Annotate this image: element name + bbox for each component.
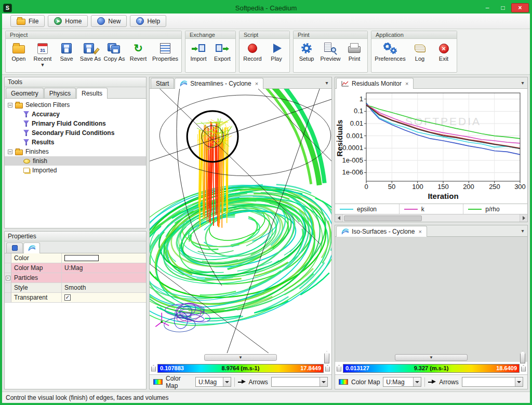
right-slider-handle[interactable] bbox=[520, 351, 525, 363]
color-map-label: Color Map bbox=[351, 379, 380, 386]
revert-icon: ↻ bbox=[134, 43, 143, 53]
ribbon: Project Open 31Recent▼ Save Save As Copy… bbox=[2, 29, 530, 75]
tree-item-selection-filters[interactable]: Selection Filters bbox=[5, 100, 146, 110]
tab-streamlines-cyclone[interactable]: Streamlines - Cyclone × bbox=[175, 78, 263, 89]
svg-text:1: 1 bbox=[360, 95, 363, 103]
minimize-button[interactable]: – bbox=[480, 3, 495, 12]
colorbar-max-handle[interactable] bbox=[521, 365, 526, 372]
tab-close-icon[interactable]: × bbox=[418, 228, 421, 235]
file-folder-icon bbox=[17, 19, 25, 25]
tree-item-imported[interactable]: Imported bbox=[5, 166, 146, 175]
print-button[interactable]: Print bbox=[343, 40, 366, 71]
arrows-select[interactable] bbox=[271, 377, 328, 387]
expand-plus-icon[interactable]: + bbox=[6, 276, 10, 280]
color-map-select[interactable]: U:Mag bbox=[195, 377, 231, 387]
tree-item-accuracy[interactable]: Accuracy bbox=[5, 110, 146, 119]
save-button[interactable]: Save bbox=[55, 40, 78, 71]
tab-list-dropdown-icon[interactable]: ▾ bbox=[322, 77, 331, 88]
tab-iso-surfaces-cyclone[interactable]: Iso-Surfaces - Cyclone × bbox=[336, 226, 427, 237]
properties-tab-streamlines[interactable] bbox=[23, 242, 40, 253]
play-button[interactable]: Play bbox=[265, 40, 288, 71]
tab-list-dropdown-icon[interactable]: ▾ bbox=[518, 225, 527, 236]
color-map-select[interactable]: U:Mag bbox=[383, 377, 421, 387]
close-button[interactable]: × bbox=[511, 3, 529, 12]
iso-colorbar-row: 0.013127 9.327 (m.s-1) 18.6409 bbox=[335, 362, 527, 374]
revert-button[interactable]: ↻Revert bbox=[127, 40, 150, 71]
svg-text:1e-005: 1e-005 bbox=[342, 156, 363, 164]
transparent-checkbox[interactable]: ✓ bbox=[64, 294, 71, 301]
scroll-left-icon[interactable] bbox=[335, 214, 343, 222]
menu-help-button[interactable]: ? Help bbox=[130, 15, 166, 27]
tree-item-finish[interactable]: finish bbox=[5, 156, 146, 166]
tree-item-secondary-fluid-conditions[interactable]: Secondary Fluid Conditions bbox=[5, 128, 146, 138]
import-button[interactable]: Import bbox=[187, 40, 210, 71]
chevron-down-icon[interactable] bbox=[515, 377, 523, 386]
menu-file-button[interactable]: File bbox=[10, 15, 45, 27]
folder-icon bbox=[15, 150, 23, 155]
folder-icon bbox=[15, 103, 23, 109]
velocity-colorbar: 0.107883 8.9764 (m.s-1) 17.8449 bbox=[157, 364, 324, 373]
chevron-down-icon[interactable] bbox=[413, 377, 421, 386]
legend-scrollbar[interactable] bbox=[335, 214, 527, 222]
color-swatch[interactable] bbox=[64, 255, 99, 261]
log-button[interactable]: Log bbox=[408, 40, 431, 71]
tab-close-icon[interactable]: × bbox=[255, 80, 258, 87]
arrows-select[interactable] bbox=[462, 377, 523, 387]
tab-residuals-monitor[interactable]: Residuals Monitor × bbox=[336, 78, 414, 89]
finish-icon bbox=[23, 159, 30, 164]
preferences-button[interactable]: Preferences bbox=[373, 40, 407, 71]
printer-icon bbox=[348, 43, 361, 53]
svg-text:50: 50 bbox=[388, 183, 395, 191]
chevron-down-icon[interactable] bbox=[320, 377, 327, 386]
tab-physics[interactable]: Physics bbox=[44, 88, 76, 98]
property-row-color-map: Color Map U:Mag bbox=[5, 263, 146, 273]
tab-geometry[interactable]: Geometry bbox=[6, 88, 44, 98]
menu-new-button[interactable]: New bbox=[91, 15, 127, 27]
scrollbar-thumb[interactable] bbox=[344, 215, 422, 221]
properties-tab-general[interactable] bbox=[6, 242, 23, 253]
tree-item-primary-fluid-conditions[interactable]: Primary Fluid Conditions bbox=[5, 119, 146, 128]
tab-close-icon[interactable]: × bbox=[405, 80, 408, 87]
recent-button[interactable]: 31Recent▼ bbox=[31, 40, 54, 71]
open-button[interactable]: Open bbox=[7, 40, 30, 71]
tab-list-dropdown-icon[interactable]: ▾ bbox=[518, 77, 527, 88]
imported-icon bbox=[23, 168, 30, 173]
export-button[interactable]: Export bbox=[211, 40, 234, 71]
filter-icon bbox=[23, 130, 29, 136]
colorbar-min-handle[interactable] bbox=[151, 365, 156, 372]
streamlines-3d-viewport[interactable] bbox=[150, 89, 331, 353]
streamlines-icon bbox=[180, 80, 188, 87]
collapse-expander-icon[interactable] bbox=[8, 150, 12, 154]
collapse-expander-icon[interactable] bbox=[8, 103, 12, 107]
group-title-exchange: Exchange bbox=[185, 31, 235, 39]
svg-text:100: 100 bbox=[412, 183, 423, 191]
copy-as-button[interactable]: Copy As bbox=[103, 40, 126, 71]
recent-dropdown-icon[interactable]: ▼ bbox=[41, 63, 45, 66]
collapse-strip-button[interactable]: ▼ bbox=[204, 354, 277, 361]
tab-start[interactable]: Start bbox=[151, 78, 174, 88]
menu-home-button[interactable]: ➤ Home bbox=[48, 15, 88, 27]
scroll-right-icon[interactable] bbox=[520, 214, 527, 222]
color-map-value[interactable]: U:Mag bbox=[62, 263, 146, 273]
print-preview-button[interactable]: Preview bbox=[319, 40, 342, 71]
colorbar-min-handle[interactable] bbox=[337, 365, 341, 372]
properties-button[interactable]: Properties bbox=[151, 40, 180, 71]
save-as-button[interactable]: Save As bbox=[79, 40, 102, 71]
maximize-button[interactable]: □ bbox=[496, 3, 510, 12]
tab-results[interactable]: Results bbox=[76, 88, 108, 99]
colorbar-max-handle[interactable] bbox=[325, 365, 330, 372]
record-button[interactable]: Record bbox=[241, 40, 264, 71]
tree-item-finishes[interactable]: Finishes bbox=[5, 147, 146, 156]
print-setup-button[interactable]: Setup bbox=[295, 40, 318, 71]
iso-surfaces-3d-viewport[interactable] bbox=[335, 237, 527, 353]
tree-item-results[interactable]: Results bbox=[5, 138, 146, 147]
iso-tabbar: Iso-Surfaces - Cyclone × ▾ bbox=[335, 225, 527, 237]
chevron-down-icon[interactable] bbox=[223, 377, 231, 386]
exit-button[interactable]: ×Exit bbox=[432, 40, 455, 71]
collapse-strip-button[interactable]: ▼ bbox=[395, 354, 468, 361]
tools-panel: Tools Geometry Physics Results Selection… bbox=[4, 77, 147, 228]
save-as-icon bbox=[84, 43, 97, 54]
style-value[interactable]: Smooth bbox=[62, 283, 146, 292]
right-slider-handle[interactable] bbox=[324, 351, 329, 363]
svg-text:250: 250 bbox=[489, 183, 500, 191]
